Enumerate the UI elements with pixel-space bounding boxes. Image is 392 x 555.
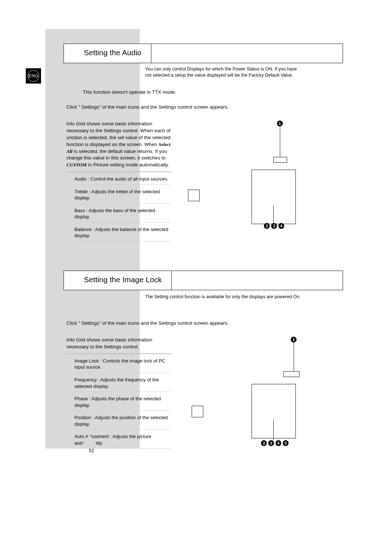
info-grid-paragraph: Info Grid shows some basic information n…	[66, 121, 172, 172]
diagram-small-left-box	[192, 406, 203, 417]
list-item: Bass : Adjusts the bass of the selected …	[74, 207, 171, 223]
info-grid-paragraph: Info Grid shows some basic information n…	[66, 337, 172, 354]
list-item: Frequency : Adjusts the frequency of the…	[74, 377, 171, 392]
diagram-big-box	[252, 170, 296, 224]
diagram-small-top-box	[273, 157, 287, 163]
note-ttx: This function doesn't operate in TTX mod…	[83, 89, 343, 95]
page-number-area: 52	[82, 435, 98, 453]
callout-3-icon: 3	[271, 223, 277, 229]
section-title: Setting the Audio	[64, 44, 151, 63]
callout-line	[273, 205, 274, 223]
list-item: Balance : Adjusts the balance of the sel…	[74, 226, 171, 242]
callout-5-icon: 5	[283, 440, 289, 446]
callout-4-icon: 4	[275, 440, 281, 446]
language-text: ENG	[28, 70, 39, 82]
callout-3-icon: 3	[268, 440, 274, 446]
section-title-box: Setting the Image Lock	[64, 271, 343, 290]
callout-2-icon: 2	[264, 223, 270, 229]
list-item: Image Lock : Controls the image lock of …	[74, 358, 171, 373]
callout-line	[273, 420, 274, 439]
list-item: Audio : Control the audio of all input s…	[74, 176, 171, 185]
callout-4-icon: 4	[278, 223, 284, 229]
section-title-box: Setting the Audio	[64, 44, 343, 63]
callout-2-icon: 2	[261, 440, 267, 446]
list-item: Phase : Adjusts the phase of the selecte…	[74, 396, 171, 411]
diagram-small-top-box	[283, 371, 299, 377]
callout-1-icon: 1	[291, 337, 297, 343]
list-item: Treble : Adjusts the treble of the selec…	[74, 189, 171, 204]
intro-line: Click " Settings" of the main icons and …	[66, 104, 343, 110]
diagram-big-box	[252, 384, 296, 438]
bullet-list-audio: Audio : Control the audio of all input s…	[74, 176, 171, 242]
callout-1-icon: 1	[277, 121, 283, 126]
intro-line: Click " Settings" of the main icons and …	[66, 320, 343, 327]
callout-line	[280, 126, 280, 157]
section-subtitle: The Setting control function is availabl…	[145, 294, 303, 300]
diagram-audio: 1 2 3 4	[183, 121, 299, 230]
diagram-image-lock: 1 2 3 4 5	[183, 337, 299, 453]
page-number: 52	[89, 448, 94, 453]
section-audio: Setting the Audio You can only control D…	[64, 44, 343, 245]
list-item: Position : Adjusts the position of the s…	[74, 414, 171, 430]
section-image-lock: Setting the Image Lock The Setting contr…	[64, 271, 343, 453]
section-title: Setting the Image Lock	[64, 271, 172, 290]
section-subtitle: You can only control Displays for which …	[145, 66, 303, 78]
language-badge: ENG	[26, 68, 41, 84]
callout-line	[294, 343, 294, 372]
up-triangle-icon	[82, 435, 98, 446]
diagram-small-left-box	[188, 190, 200, 201]
